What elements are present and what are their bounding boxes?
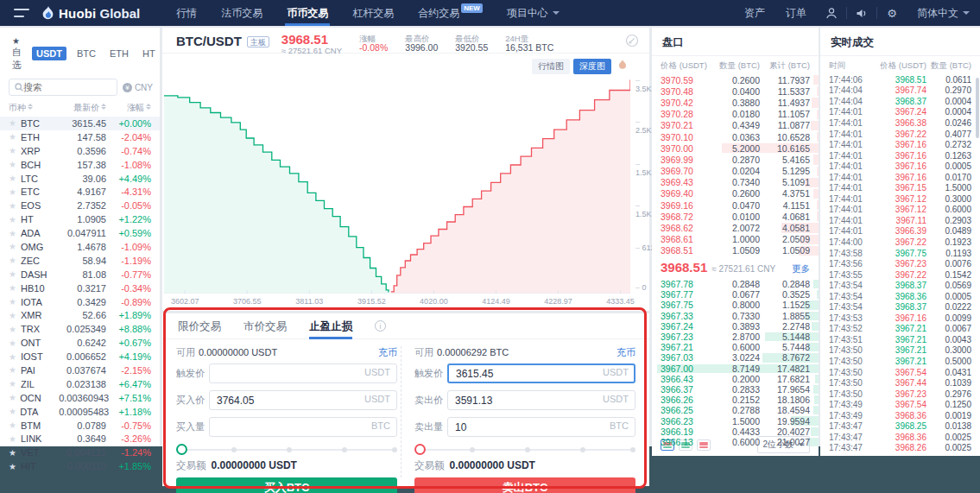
orderbook-ask-row[interactable]: 3969.990.28705.4165: [652, 154, 819, 165]
coin-row-HT[interactable]: ★HT1.0905+1.22%: [0, 212, 160, 226]
coin-row-IOTA[interactable]: ★IOTA0.3429-0.89%: [0, 295, 160, 309]
orderbook-bid-row[interactable]: 3967.240.38932.2748: [652, 321, 819, 332]
favorite-star-icon[interactable]: ★: [9, 256, 21, 265]
orderbook-bid-row[interactable]: 3966.430.200017.6821: [652, 374, 819, 384]
favorite-star-icon[interactable]: ★: [9, 352, 21, 362]
coin-row-ZIL[interactable]: ★ZIL0.023138+6.47%: [0, 377, 160, 391]
nav-assets[interactable]: 资产: [734, 6, 775, 21]
orderbook-ask-row[interactable]: 3969.160.04704.1151: [652, 199, 819, 211]
orderbook-bid-row[interactable]: 3967.750.80001.1525: [652, 300, 819, 310]
draw-pen-icon[interactable]: [625, 34, 639, 51]
orderbook-ask-row[interactable]: 3970.100.036310.6528: [652, 131, 819, 142]
orderbook-bid-row[interactable]: 3967.232.87005.1448: [652, 332, 819, 342]
favorite-star-icon[interactable]: ★: [9, 174, 21, 183]
search-input[interactable]: [23, 82, 92, 92]
orderbook-ask-row[interactable]: 3968.720.01004.0681: [652, 211, 819, 222]
orderbook-ask-row[interactable]: 3969.430.73405.1091: [652, 177, 819, 188]
nav-orders[interactable]: 订单: [775, 6, 817, 21]
coin-row-DTA[interactable]: ★DTA0.00095483+1.18%: [0, 405, 160, 419]
orderbook-ask-row[interactable]: 3970.280.018011.1057: [652, 109, 819, 120]
orderbook-bid-row[interactable]: 3966.370.283317.9654: [652, 384, 819, 395]
orderbook-ask-row[interactable]: 3970.480.040011.5337: [652, 85, 819, 97]
favorite-star-icon[interactable]: ★: [9, 462, 21, 471]
sidebar-tab-HT[interactable]: HT: [139, 47, 159, 60]
favorite-star-icon[interactable]: ★: [9, 448, 21, 458]
orderbook-ask-row[interactable]: 3970.005.200010.6165: [652, 142, 819, 154]
favorite-star-icon[interactable]: ★: [9, 132, 21, 142]
menu-icon[interactable]: [14, 9, 29, 17]
orderbook-bid-row[interactable]: 3966.130.600021.0027: [652, 437, 819, 447]
coin-row-LTC[interactable]: ★LTC39.06+4.49%: [0, 172, 160, 186]
buy-button[interactable]: 买入BTC: [176, 477, 397, 493]
favorite-star-icon[interactable]: ★: [9, 338, 21, 348]
orderbook-bid-row[interactable]: 3966.260.215218.1806: [652, 395, 819, 405]
col-change[interactable]: 涨幅: [106, 102, 151, 114]
orderbook-bid-row[interactable]: 3967.033.02248.7672: [652, 352, 819, 363]
coin-row-BCH[interactable]: ★BCH157.38-1.08%: [0, 158, 160, 172]
coin-row-XRP[interactable]: ★XRP0.3596-0.74%: [0, 144, 160, 158]
favorite-star-icon[interactable]: ★: [9, 393, 20, 402]
favorite-star-icon[interactable]: ★: [9, 434, 21, 444]
coin-row-DASH[interactable]: ★DASH81.08-0.77%: [0, 268, 160, 281]
trade-tab-限价交易[interactable]: 限价交易: [178, 313, 221, 339]
orderbook-ask-row[interactable]: 3969.700.02045.1295: [652, 166, 819, 177]
language-selector[interactable]: 简体中文: [907, 6, 980, 21]
slider-handle[interactable]: [176, 444, 187, 455]
favorite-star-icon[interactable]: ★: [9, 201, 21, 211]
coin-row-ETH[interactable]: ★ETH147.58-2.04%: [0, 130, 160, 144]
col-coin[interactable]: 币种: [9, 102, 62, 114]
coin-row-BTC[interactable]: ★BTC3615.45+0.00%: [0, 117, 160, 130]
coin-row-BTM[interactable]: ★BTM0.0789-0.75%: [0, 419, 160, 433]
favorite-star-icon[interactable]: ★: [9, 187, 21, 197]
favorite-star-icon[interactable]: ★: [9, 215, 21, 224]
nav-item-项目中心[interactable]: 项目中心: [495, 0, 572, 26]
orderbook-bid-row[interactable]: 3967.770.06770.3525: [652, 289, 819, 300]
orderbook-ask-row[interactable]: 3969.400.26004.3751: [652, 188, 819, 199]
favorite-star-icon[interactable]: ★: [9, 242, 21, 251]
info-icon[interactable]: i: [375, 320, 386, 332]
sell-button[interactable]: 卖出BTC: [414, 477, 635, 493]
tab-depth-chart[interactable]: 深度图: [573, 59, 611, 74]
coin-row-ZEC[interactable]: ★ZEC58.94-1.19%: [0, 254, 160, 268]
favorite-star-icon[interactable]: ★: [9, 325, 21, 334]
sell-amount-input[interactable]: [447, 417, 635, 437]
coin-row-LINK[interactable]: ★LINK0.3649-3.26%: [0, 432, 160, 446]
orderbook-bid-row[interactable]: 3966.190.443320.4027: [652, 427, 819, 437]
favorite-star-icon[interactable]: ★: [9, 160, 21, 169]
coin-row-TRX[interactable]: ★TRX0.025349+8.88%: [0, 322, 160, 336]
orderbook-ask-row[interactable]: 3970.590.260011.7937: [652, 74, 819, 85]
coin-row-OMG[interactable]: ★OMG1.4678-1.09%: [0, 240, 160, 254]
announcement-speaker-icon[interactable]: [847, 8, 876, 19]
deposit-link[interactable]: 充币: [378, 346, 397, 359]
orderbook-ask-row[interactable]: 3968.611.00002.0509: [652, 234, 819, 245]
buy-amount-slider[interactable]: [176, 444, 397, 456]
favorite-star-icon[interactable]: ★: [9, 118, 21, 128]
nav-item-合约交易[interactable]: 合约交易NEW: [406, 0, 495, 26]
tab-kline-chart[interactable]: 行情图: [532, 59, 570, 74]
coin-row-IOST[interactable]: ★IOST0.006652+4.19%: [0, 350, 160, 363]
coin-row-HB10[interactable]: ★HB100.3217-0.34%: [0, 281, 160, 295]
user-icon[interactable]: [817, 7, 846, 19]
favorite-star-icon[interactable]: ★: [9, 283, 21, 293]
depth-chart[interactable]: [164, 71, 630, 294]
favorite-star-icon[interactable]: ★: [9, 297, 21, 307]
orderbook-bid-row[interactable]: 3967.008.714917.4821: [652, 363, 819, 374]
sidebar-tab-USDT[interactable]: USDT: [32, 47, 66, 60]
deposit-link[interactable]: 充币: [616, 346, 635, 359]
favorite-star-icon[interactable]: ★: [9, 269, 21, 279]
orderbook-ask-row[interactable]: 3968.622.00724.0581: [652, 222, 819, 233]
favorite-star-icon[interactable]: ★: [9, 146, 21, 155]
orderbook-ask-row[interactable]: 3970.210.434911.0877: [652, 120, 819, 131]
nav-item-杠杆交易[interactable]: 杠杆交易: [340, 0, 406, 26]
favorite-star-icon[interactable]: ★: [9, 311, 21, 320]
coin-row-ADA[interactable]: ★ADA0.047911+0.59%: [0, 226, 160, 240]
sidebar-tab-自选[interactable]: ★自选: [9, 34, 25, 73]
sidebar-tab-ETH[interactable]: ETH: [106, 47, 132, 60]
orderbook-bid-row[interactable]: 3966.250.278818.4594: [652, 405, 819, 415]
orderbook-bid-row[interactable]: 3967.210.60005.7448: [652, 342, 819, 352]
coin-row-EOS[interactable]: ★EOS2.7352-0.05%: [0, 199, 160, 212]
trade-tab-市价交易[interactable]: 市价交易: [243, 313, 287, 339]
sell-amount-slider[interactable]: [414, 444, 635, 456]
more-link[interactable]: 更多: [792, 263, 810, 275]
coin-row-PAI[interactable]: ★PAI0.037674-2.15%: [0, 363, 160, 377]
